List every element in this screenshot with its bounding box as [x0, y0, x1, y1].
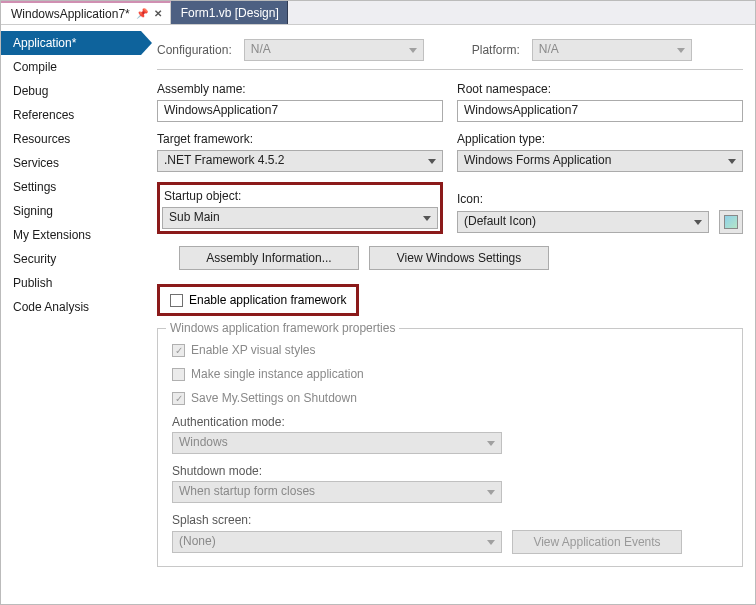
- separator: [157, 69, 743, 70]
- save-settings-label: Save My.Settings on Shutdown: [191, 391, 357, 405]
- xp-styles-label: Enable XP visual styles: [191, 343, 316, 357]
- icon-dropdown[interactable]: (Default Icon): [457, 211, 709, 233]
- startup-object-dropdown[interactable]: Sub Main: [162, 207, 438, 229]
- sidebar-item-references[interactable]: References: [1, 103, 141, 127]
- sidebar-item-resources[interactable]: Resources: [1, 127, 141, 151]
- checkbox-icon: [170, 294, 183, 307]
- sidebar-item-compile[interactable]: Compile: [1, 55, 141, 79]
- sidebar-item-security[interactable]: Security: [1, 247, 141, 271]
- sidebar-item-debug[interactable]: Debug: [1, 79, 141, 103]
- view-windows-settings-button[interactable]: View Windows Settings: [369, 246, 549, 270]
- application-type-dropdown[interactable]: Windows Forms Application: [457, 150, 743, 172]
- app-icon: [724, 215, 738, 229]
- enable-framework-highlight: Enable application framework: [157, 284, 359, 316]
- assembly-information-button[interactable]: Assembly Information...: [179, 246, 359, 270]
- tab-project-properties[interactable]: WindowsApplication7* 📌 ✕: [1, 1, 171, 24]
- main-panel: Configuration: N/A Platform: N/A Assembl…: [141, 25, 755, 604]
- sidebar-item-publish[interactable]: Publish: [1, 271, 141, 295]
- tab-label: WindowsApplication7*: [11, 7, 130, 21]
- icon-label: Icon:: [457, 192, 743, 206]
- tab-label: Form1.vb [Design]: [181, 6, 279, 20]
- root-namespace-label: Root namespace:: [457, 82, 743, 96]
- sidebar-item-my-extensions[interactable]: My Extensions: [1, 223, 141, 247]
- tab-form-designer[interactable]: Form1.vb [Design]: [171, 1, 288, 24]
- platform-label: Platform:: [472, 43, 520, 57]
- checkbox-icon: ✓: [172, 344, 185, 357]
- framework-properties-group: Windows application framework properties…: [157, 328, 743, 567]
- view-application-events-button: View Application Events: [512, 530, 682, 554]
- enable-application-framework-checkbox[interactable]: Enable application framework: [170, 293, 346, 307]
- sidebar-item-settings[interactable]: Settings: [1, 175, 141, 199]
- startup-object-label: Startup object:: [164, 189, 438, 203]
- sidebar-item-code-analysis[interactable]: Code Analysis: [1, 295, 141, 319]
- startup-object-highlight: Startup object: Sub Main: [157, 182, 443, 234]
- framework-group-legend: Windows application framework properties: [166, 321, 399, 335]
- save-settings-checkbox: ✓ Save My.Settings on Shutdown: [172, 391, 728, 405]
- splash-screen-dropdown: (None): [172, 531, 502, 553]
- enable-xp-styles-checkbox: ✓ Enable XP visual styles: [172, 343, 728, 357]
- close-icon[interactable]: ✕: [154, 8, 162, 19]
- checkbox-icon: ✓: [172, 392, 185, 405]
- auth-mode-dropdown: Windows: [172, 432, 502, 454]
- platform-dropdown: N/A: [532, 39, 692, 61]
- target-framework-label: Target framework:: [157, 132, 443, 146]
- sidebar-item-signing[interactable]: Signing: [1, 199, 141, 223]
- shutdown-mode-dropdown: When startup form closes: [172, 481, 502, 503]
- enable-framework-label: Enable application framework: [189, 293, 346, 307]
- shutdown-mode-label: Shutdown mode:: [172, 464, 728, 478]
- target-framework-dropdown[interactable]: .NET Framework 4.5.2: [157, 150, 443, 172]
- assembly-name-input[interactable]: WindowsApplication7: [157, 100, 443, 122]
- root-namespace-input[interactable]: WindowsApplication7: [457, 100, 743, 122]
- content-area: Application* Compile Debug References Re…: [1, 25, 755, 604]
- sidebar: Application* Compile Debug References Re…: [1, 25, 141, 604]
- configuration-dropdown: N/A: [244, 39, 424, 61]
- tab-bar: WindowsApplication7* 📌 ✕ Form1.vb [Desig…: [1, 1, 755, 25]
- single-instance-checkbox: Make single instance application: [172, 367, 728, 381]
- sidebar-item-services[interactable]: Services: [1, 151, 141, 175]
- auth-mode-label: Authentication mode:: [172, 415, 728, 429]
- icon-preview-button[interactable]: [719, 210, 743, 234]
- checkbox-icon: [172, 368, 185, 381]
- configuration-label: Configuration:: [157, 43, 232, 57]
- assembly-name-label: Assembly name:: [157, 82, 443, 96]
- sidebar-item-application[interactable]: Application*: [1, 31, 141, 55]
- splash-screen-label: Splash screen:: [172, 513, 728, 527]
- application-type-label: Application type:: [457, 132, 743, 146]
- single-instance-label: Make single instance application: [191, 367, 364, 381]
- pin-icon[interactable]: 📌: [136, 8, 148, 19]
